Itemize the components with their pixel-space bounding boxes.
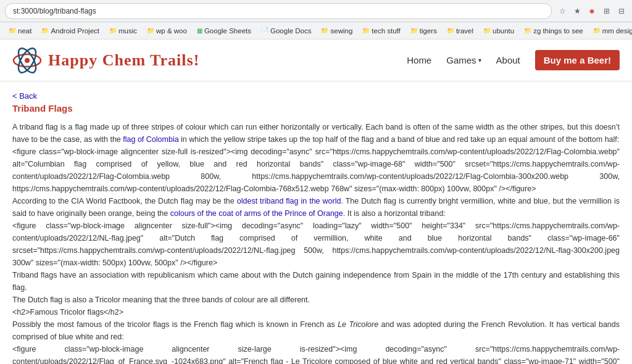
folder-icon: 📁 (410, 27, 418, 34)
site-logo[interactable]: Happy Chem Trails! (12, 46, 199, 75)
logo-text: Happy Chem Trails! (48, 51, 199, 70)
folder-icon: 📁 (362, 27, 370, 34)
folder-icon: 📁 (483, 27, 491, 34)
folder-icon: 📁 (593, 27, 601, 34)
logo-icon (12, 46, 42, 75)
browser-icons: ☆ ★ ● ⊞ ⊟ (557, 6, 627, 17)
netherlands-link[interactable]: colours of the coat of arms of the Princ… (170, 209, 343, 218)
back-link[interactable]: < Back (12, 91, 620, 101)
menu-icon[interactable]: ⊟ (616, 6, 627, 17)
bookmark-star-icon[interactable]: ☆ (557, 6, 568, 17)
bookmark-label: sewing (330, 27, 352, 35)
firefox-icon[interactable]: ● (586, 6, 597, 17)
page-title: Triband Flags (12, 103, 620, 114)
nav-games-label: Games (446, 55, 476, 65)
star-icon[interactable]: ★ (572, 6, 583, 17)
bookmark-wp-woo[interactable]: 📁 wp & woo (143, 26, 191, 36)
nav-buy-beer[interactable]: Buy me a Beer! (535, 50, 620, 70)
bookmark-label: zg things to see (533, 27, 583, 35)
bookmark-music[interactable]: 📁 music (106, 26, 141, 36)
nav-about[interactable]: About (496, 55, 520, 65)
chevron-down-icon: ▾ (478, 57, 481, 64)
nav-games[interactable]: Games ▾ (446, 55, 481, 65)
bookmark-google-sheets[interactable]: ▦ Google Sheets (193, 26, 255, 36)
bookmark-label: mm design (602, 27, 632, 35)
bookmark-label: Android Project (51, 27, 99, 35)
svg-point-3 (25, 58, 30, 63)
address-text: st:3000/blog/triband-flags (13, 7, 96, 15)
nav-home[interactable]: Home (407, 55, 431, 65)
bookmark-neat[interactable]: 📁 neat (5, 26, 35, 36)
folder-icon: 📁 (147, 27, 154, 34)
folder-icon: 📁 (447, 27, 454, 34)
bookmark-label: wp & woo (156, 27, 187, 35)
bookmark-ubuntu[interactable]: 📁 ubuntu (480, 26, 518, 36)
folder-icon: 📁 (109, 27, 117, 34)
bookmark-tech-stuff[interactable]: 📁 tech stuff (359, 26, 404, 36)
bookmark-sewing[interactable]: 📁 sewing (317, 26, 356, 36)
bookmarks-bar: 📁 neat 📁 Android Project 📁 music 📁 wp & … (0, 22, 632, 39)
cia-link[interactable]: oldest triband flag in the world (237, 197, 341, 205)
bookmark-mm-design[interactable]: 📁 mm design (589, 26, 632, 36)
nav-about-label: About (496, 55, 520, 65)
bookmark-google-docs[interactable]: 📄 Google Docs (257, 26, 315, 36)
folder-icon: 📁 (9, 27, 16, 34)
bookmark-label: tigers (420, 27, 437, 35)
bookmark-label: tech stuff (372, 27, 400, 35)
folder-icon: 📁 (321, 27, 328, 34)
site-nav: Home Games ▾ About Buy me a Beer! (407, 50, 620, 70)
browser-chrome: st:3000/blog/triband-flags ☆ ★ ● ⊞ ⊟ 📁 n… (0, 0, 632, 39)
bookmark-label: music (118, 27, 137, 35)
bookmark-travel[interactable]: 📁 travel (443, 26, 477, 36)
gsheets-icon: ▦ (197, 27, 202, 34)
article-content: A triband flag is a flag made up of thre… (12, 121, 620, 364)
nav-buy-beer-label: Buy me a Beer! (544, 55, 611, 65)
address-bar[interactable]: st:3000/blog/triband-flags (5, 3, 552, 19)
bookmark-label: travel (456, 27, 473, 35)
nav-home-label: Home (407, 55, 431, 65)
bookmark-label: neat (18, 27, 31, 35)
folder-icon: 📁 (41, 27, 49, 34)
folder-icon: 📁 (524, 27, 531, 34)
bookmark-label: ubuntu (493, 27, 514, 35)
address-bar-row: st:3000/blog/triband-flags ☆ ★ ● ⊞ ⊟ (0, 0, 632, 22)
colombia-link[interactable]: flag of Colombia (123, 135, 178, 144)
bookmark-label: Google Sheets (204, 27, 251, 35)
extensions-icon[interactable]: ⊞ (601, 6, 612, 17)
bookmark-label: Google Docs (270, 27, 311, 35)
main-content: < Back Triband Flags A triband flag is a… (0, 81, 632, 364)
site-header: Happy Chem Trails! Home Games ▾ About Bu… (0, 39, 632, 81)
bookmark-android-project[interactable]: 📁 Android Project (38, 26, 103, 36)
bookmark-tigers[interactable]: 📁 tigers (407, 26, 441, 36)
gdocs-icon: 📄 (261, 27, 268, 34)
bookmark-zg-things[interactable]: 📁 zg things to see (520, 26, 587, 36)
